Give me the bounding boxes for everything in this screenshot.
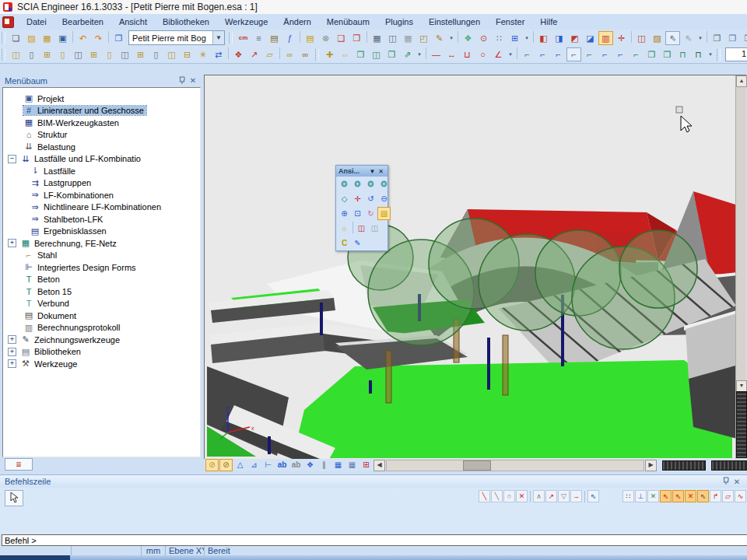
snap-arc-icon[interactable]: ○ [503, 490, 515, 502]
fast-view-1-icon[interactable]: ▦ [331, 459, 345, 471]
show-grid-lines-icon[interactable]: ∥ [317, 459, 331, 471]
project-combo[interactable]: Petit Pierre mit Bog ▼ [128, 30, 225, 45]
level-mark-icon[interactable]: ⊔ [460, 47, 475, 61]
rename-tool-icon[interactable]: ƒ [282, 31, 297, 45]
member-select-4-icon[interactable]: ◪ [583, 31, 598, 45]
overflow-6-icon[interactable]: ▾ [507, 47, 514, 61]
overflow-1-icon[interactable]: ▾ [447, 31, 455, 45]
polyline-edit-icon[interactable]: ▱ [262, 47, 277, 61]
copy-single-icon[interactable]: ❐ [353, 47, 368, 61]
calculator-icon[interactable]: ▦ [401, 31, 416, 45]
view-frame-1-icon[interactable]: ⌐ [520, 47, 535, 61]
tree-item-lastgruppen[interactable]: ⇉Lastgruppen [3, 177, 200, 190]
snap-zigzag-icon[interactable]: ∿ [735, 490, 746, 502]
tree-item-struktur[interactable]: ⌂Struktur [3, 129, 200, 142]
weld-1-icon[interactable]: ∞ [282, 47, 297, 61]
render-image-icon[interactable]: ◫ [355, 222, 368, 235]
rotation-bar-2[interactable] [711, 460, 747, 471]
tree-item-verbund[interactable]: TVerbund [3, 298, 200, 310]
grid-tool-5-icon[interactable]: ◫ [71, 47, 86, 61]
snap-vertex-icon[interactable]: ∧ [533, 490, 545, 502]
snap-grid-points-icon[interactable]: ∷ [622, 490, 634, 502]
view-along-y-icon[interactable]: ❂ [351, 177, 364, 191]
move-vector-icon[interactable]: ⇗ [400, 47, 415, 61]
tree-item-berechnung-fe-netz[interactable]: +▦Berechnung, FE-Netz [3, 237, 200, 250]
view-settings-icon[interactable]: ▨ [377, 207, 391, 220]
load-scale-spinner[interactable]: 1 ▲▼ [725, 47, 747, 61]
layers-icon[interactable]: ≡ [251, 31, 266, 45]
expand-icon[interactable]: + [8, 239, 16, 247]
menu-werkzeuge[interactable]: Werkzeuge [217, 16, 275, 28]
hatch-f-icon[interactable]: ⊓ [691, 47, 706, 61]
open-results-icon[interactable]: ▨ [650, 31, 665, 45]
snap-line-free-icon[interactable]: ╲ [479, 490, 490, 502]
shrink-view-icon[interactable]: △ [233, 459, 247, 471]
new-window-1-icon[interactable]: ❐ [710, 31, 724, 45]
zoom-out-icon[interactable]: ⊖ [377, 192, 391, 205]
tree-item-beton-15[interactable]: TBeton 15 [3, 285, 200, 298]
weld-2-icon[interactable]: ∞ [298, 47, 313, 61]
view-frame-3-icon[interactable]: ⌐ [551, 47, 566, 61]
free-lines-icon[interactable]: ✳ [195, 47, 210, 61]
tree-item-linienraster-und-geschosse[interactable]: #Linienraster und Geschosse [3, 105, 200, 117]
hatch-h-icon[interactable]: ⊓ [675, 47, 690, 61]
tree-item-projekt[interactable]: ▣Projekt [3, 93, 200, 105]
snap-endpoints-icon[interactable]: ⇖ [660, 490, 672, 502]
grid-tool-11-icon[interactable]: ◫ [164, 47, 179, 61]
pin-icon[interactable] [177, 76, 188, 86]
menu-bibliotheken[interactable]: Bibliotheken [155, 16, 217, 28]
dimension-settings-icon[interactable]: ⊞ [507, 31, 522, 45]
filter-green-1-icon[interactable]: ⌐ [629, 47, 644, 61]
tree-item-stahlbeton-lfk[interactable]: ⇒Stahlbeton-LFK [3, 213, 200, 226]
member-select-1-icon[interactable]: ◧ [536, 31, 551, 45]
project-manager-icon[interactable]: ❐ [111, 31, 126, 45]
fast-view-2-icon[interactable]: ▦ [345, 459, 359, 471]
expand-icon[interactable]: + [8, 335, 16, 344]
hscroll-thumb[interactable] [463, 460, 491, 471]
export-model-icon[interactable]: ◰ [416, 31, 431, 45]
show-model-data-icon[interactable]: ❖ [303, 459, 317, 471]
zoom-in-icon[interactable]: ⊕ [338, 207, 351, 220]
tree-item-lastfalle[interactable]: ⇂Lastfälle [3, 165, 200, 177]
view-parameters-2-icon[interactable]: ❒ [349, 31, 364, 45]
tree-item-beton[interactable]: TBeton [3, 274, 200, 286]
rotation-bar-1[interactable] [662, 460, 706, 471]
cursor-mode-1-icon[interactable]: ⇖ [665, 31, 680, 45]
draw-line-icon[interactable]: — [429, 47, 444, 61]
tree-item-werkzeuge[interactable]: +⚒Werkzeuge [3, 358, 200, 370]
snap-line-grid-icon[interactable]: ⊥ [635, 490, 647, 502]
toolbar-grip[interactable] [315, 49, 319, 61]
menu-andern[interactable]: Ändern [275, 16, 318, 28]
redraw-icon[interactable]: ⊞ [359, 459, 373, 471]
tree-item-berechnungsprotokoll[interactable]: ▥Berechnungsprotokoll [3, 322, 200, 334]
grid-tool-8-icon[interactable]: ◫ [117, 47, 132, 61]
menu-einstellungen[interactable]: Einstellungen [421, 16, 488, 28]
tree-item-ergebnisklassen[interactable]: ▤Ergebnisklassen [3, 226, 200, 238]
panel-tab-menubaum[interactable]: ≣ [5, 458, 33, 471]
filter-green-2-icon[interactable]: ❐ [644, 47, 659, 61]
scroll-left-icon[interactable]: ◀ [374, 460, 385, 471]
grid-tool-10-icon[interactable]: ▯ [149, 47, 163, 61]
snap-drop-icon[interactable]: ▽ [558, 490, 570, 502]
copy-properties-icon[interactable]: ❖ [461, 31, 475, 45]
document-icon[interactable] [2, 16, 14, 28]
grid-tool-1-icon[interactable]: ◫ [9, 47, 23, 61]
clipping-box-icon[interactable]: C [338, 236, 351, 250]
ansicht-titlebar[interactable]: Ansi... ▼ ✕ [336, 166, 388, 177]
render-mode-2-icon[interactable]: ⊘ [219, 459, 233, 471]
new-window-3-icon[interactable]: ❐ [741, 31, 747, 45]
selection-cursor-button[interactable] [5, 490, 23, 506]
view-along-x-icon[interactable]: ❂ [338, 177, 351, 191]
tree-item-integriertes-design-forms[interactable]: ⊩Integriertes Design Forms [3, 261, 200, 274]
toolbar-grip[interactable] [2, 49, 5, 61]
snap-curve-icon[interactable]: → [570, 490, 582, 502]
menu-ansicht[interactable]: Ansicht [111, 16, 155, 28]
rotation-bar-vertical[interactable] [736, 391, 747, 458]
clean-unused-icon[interactable]: ⊗ [318, 31, 333, 45]
render-mode-1-icon[interactable]: ⊘ [205, 459, 219, 471]
grid-tool-7-icon[interactable]: ▯ [102, 47, 117, 61]
menu-datei[interactable]: Datei [19, 16, 54, 28]
grid-tool-12-icon[interactable]: ⊟ [180, 47, 195, 61]
undo-icon[interactable]: ↶ [75, 31, 90, 45]
snap-line-icon[interactable]: ╲ [491, 490, 503, 502]
